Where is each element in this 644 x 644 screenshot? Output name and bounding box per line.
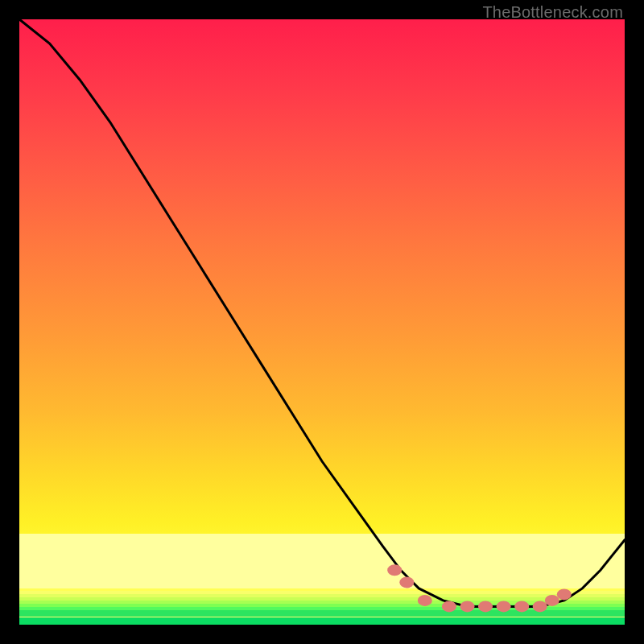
chart-frame: TheBottleneck.com — [0, 0, 644, 644]
marker-dot — [387, 564, 402, 576]
marker-dot — [533, 601, 547, 612]
curve-path — [19, 19, 625, 606]
marker-dot — [545, 595, 559, 606]
marker-group — [387, 564, 572, 612]
marker-dot — [497, 601, 511, 612]
marker-dot — [418, 595, 432, 606]
marker-dot — [442, 601, 456, 612]
marker-dot — [557, 588, 572, 600]
plot-area — [19, 19, 625, 625]
line-series — [19, 19, 625, 606]
marker-dot — [399, 576, 414, 588]
marker-dot — [478, 601, 493, 612]
marker-dot — [460, 601, 475, 612]
marker-dot — [514, 601, 529, 612]
chart-svg — [19, 19, 625, 625]
